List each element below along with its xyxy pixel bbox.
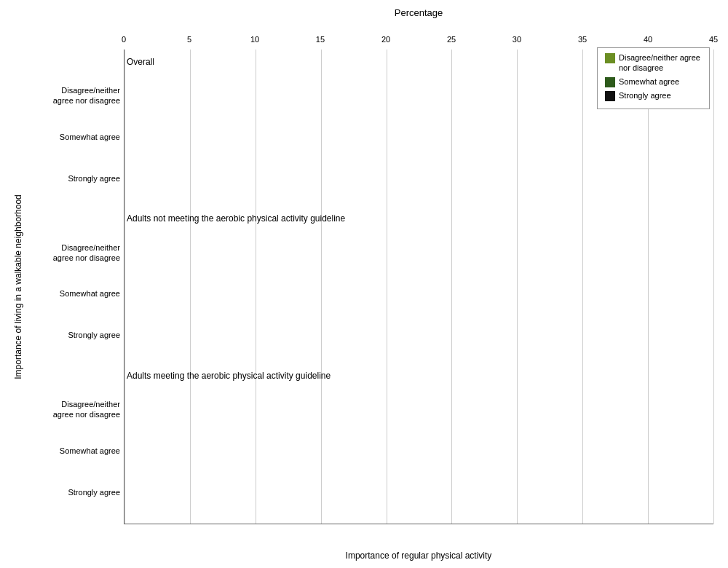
legend-label: Somewhat agree	[619, 76, 679, 87]
grid-line-10	[256, 50, 256, 524]
chart-container: Percentage 051015202530354045 OverallDis…	[0, 0, 728, 568]
x-tick-30: 30	[513, 35, 521, 44]
x-tick-10: 10	[250, 35, 259, 44]
x-tick-35: 35	[578, 35, 587, 44]
x-tick-45: 45	[709, 35, 718, 44]
x-tick-25: 25	[447, 35, 456, 44]
legend-label: Strongly agree	[619, 90, 671, 100]
section-label-2: Adults meeting the aerobic physical acti…	[127, 371, 713, 381]
grid-line-35	[582, 50, 583, 524]
section-label-1: Adults not meeting the aerobic physical …	[127, 213, 713, 224]
grid-line-25	[451, 50, 452, 524]
x-tick-20: 20	[381, 35, 390, 44]
x-axis-title: Importance of regular physical activity	[124, 551, 713, 561]
legend-item: Disagree/neither agree nor disagree	[605, 52, 702, 74]
grid-lines	[124, 50, 713, 524]
grid-line-15	[321, 50, 322, 524]
x-tick-15: 15	[316, 35, 325, 44]
chart-area: OverallDisagree/neitheragree nor disagre…	[124, 50, 713, 524]
x-tick-5: 5	[187, 35, 191, 44]
x-axis-labels: 051015202530354045	[124, 35, 713, 47]
legend-label: Disagree/neither agree nor disagree	[619, 52, 702, 74]
grid-line-30	[517, 50, 518, 524]
x-tick-40: 40	[644, 35, 652, 44]
grid-line-40	[648, 50, 649, 524]
legend-item: Somewhat agree	[605, 76, 702, 87]
legend-color-box	[605, 91, 615, 101]
x-tick-0: 0	[122, 35, 126, 44]
y-axis-title: Importance of living in a walkable neigh…	[13, 194, 23, 379]
grid-line-45	[713, 50, 714, 524]
legend: Disagree/neither agree nor disagree Some…	[597, 47, 710, 109]
legend-color-box	[605, 77, 615, 87]
grid-line-5	[190, 50, 191, 524]
legend-color-box	[605, 53, 615, 63]
grid-line-0	[124, 50, 125, 524]
legend-item: Strongly agree	[605, 90, 702, 101]
grid-line-20	[387, 50, 387, 524]
top-title: Percentage	[124, 7, 713, 18]
